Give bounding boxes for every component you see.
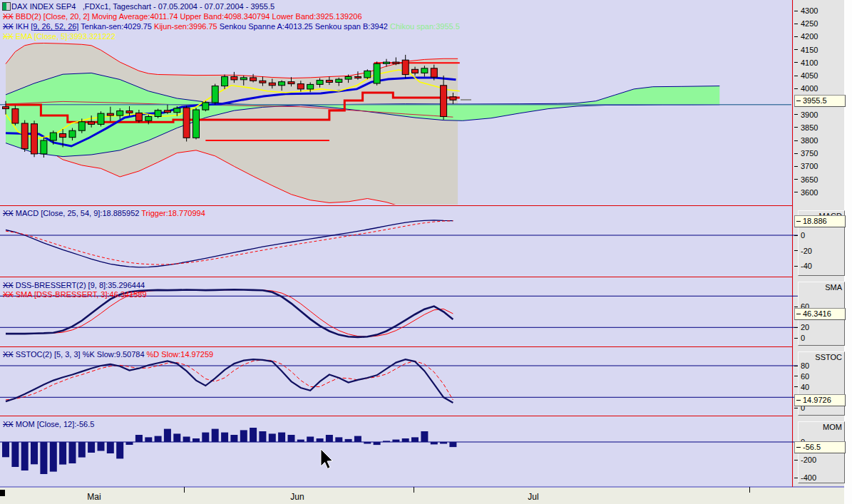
sstoc-value-box: 14.9726 xyxy=(794,394,846,406)
month-label: Mai xyxy=(87,492,101,502)
dss-sma-panel-header[interactable]: XX SMA [DSS-BRESSERT, 3]:46.341589 xyxy=(3,290,147,299)
axis-tick xyxy=(794,179,798,180)
month-label: Jul xyxy=(528,492,538,502)
mom-value-box: -56.5 xyxy=(794,441,846,453)
axis-tick-label: -400 xyxy=(801,473,816,482)
axis-tick-label: 0 xyxy=(801,334,805,342)
panel-separator xyxy=(0,416,793,416)
axis-tick-label: 4050 xyxy=(801,71,818,80)
axis-tick xyxy=(794,460,798,461)
axis-tick xyxy=(794,338,798,339)
axis-tick-label: 4150 xyxy=(801,46,818,54)
axis-tick-label: 80 xyxy=(801,361,809,370)
axis-tick-label: 3750 xyxy=(801,149,818,158)
axis-tick-label: 4250 xyxy=(801,19,818,28)
axis-tick-label: 3850 xyxy=(801,123,818,132)
axis-tick xyxy=(794,366,798,366)
axis-tick xyxy=(794,24,798,24)
axis-tick xyxy=(794,114,798,115)
axis-tick xyxy=(794,408,798,408)
dss-axis-label: SMA xyxy=(825,283,842,292)
right-edge-strip xyxy=(844,0,852,504)
time-axis[interactable] xyxy=(0,488,844,504)
month-tick xyxy=(184,487,185,493)
month-label: Jun xyxy=(290,492,304,502)
axis-tick xyxy=(794,140,798,141)
axis-tick xyxy=(794,62,798,63)
bbd-indicator-header[interactable]: XX BBD(2) [Close, 20, 2] Moving Average:… xyxy=(3,12,362,21)
current-price-box: 3955.5 xyxy=(794,95,846,107)
axis-tick-label: 60 xyxy=(801,372,809,381)
axis-tick xyxy=(794,327,798,328)
axis-tick-label: 4000 xyxy=(801,84,818,93)
panel-separator xyxy=(0,277,793,277)
axis-tick-label: -20 xyxy=(801,247,812,255)
sstoc-panel-header[interactable]: XX SSTOC(2) [5, 3, 3] %K Slow:9.50784 %D… xyxy=(3,350,213,359)
charting-app-window: DAX INDEX SEP4 ,FDXc1, Tageschart - 07.0… xyxy=(0,0,852,504)
axis-tick-label: -200 xyxy=(801,456,816,464)
ikh-indicator-header[interactable]: XX IKH [9, 26, 52, 26] Tenkan-sen:4029.7… xyxy=(3,22,460,31)
dss-panel-header[interactable]: XX DSS-BRESSERT(2) [9, 8]:35.296444 xyxy=(3,281,145,289)
axis-tick xyxy=(794,49,798,50)
axis-tick xyxy=(794,250,798,251)
dss-value-box: 46.3416 xyxy=(794,308,846,320)
axis-tick-label: 3800 xyxy=(801,136,818,145)
axis-tick-label: 3700 xyxy=(801,162,818,170)
axis-tick-label: 40 xyxy=(801,383,809,391)
axis-tick-label: 3900 xyxy=(801,110,818,119)
axis-tick-label: 0 xyxy=(801,231,805,240)
axis-tick xyxy=(794,386,798,387)
macd-panel-header[interactable]: XX MACD [Close, 25, 54, 9]:18.885952 Tri… xyxy=(3,209,205,217)
chart-surface[interactable] xyxy=(0,0,793,487)
axis-tick-label: 3650 xyxy=(801,175,818,184)
month-tick xyxy=(749,487,750,493)
axis-tick-label: -40 xyxy=(801,262,812,270)
axis-tick-label: 4200 xyxy=(801,32,818,41)
axis-tick-label: 20 xyxy=(801,323,809,331)
month-tick xyxy=(414,487,414,493)
axis-tick-label: 4100 xyxy=(801,58,818,67)
axis-tick-label: 3600 xyxy=(801,188,818,197)
axis-tick xyxy=(794,235,798,236)
macd-value-box: 18.886 xyxy=(794,215,846,227)
axis-tick xyxy=(794,36,798,37)
window-icon xyxy=(2,2,11,11)
axis-tick xyxy=(794,88,798,89)
axis-separator xyxy=(792,0,793,487)
mom-panel-header[interactable]: XX MOM [Close, 12]:-56.5 xyxy=(3,420,94,428)
sstoc-axis-label: SSTOC xyxy=(815,353,842,361)
axis-tick xyxy=(794,166,798,167)
axis-tick xyxy=(794,376,798,376)
mom-axis-label: MOM xyxy=(823,423,842,431)
axis-tick xyxy=(794,307,798,307)
time-axis-border xyxy=(0,486,844,488)
axis-tick xyxy=(794,11,798,11)
axis-tick xyxy=(794,153,798,154)
axis-tick xyxy=(794,127,798,128)
ema-indicator-header[interactable]: XX EMA [Close, 5]:3993.321222 xyxy=(3,32,116,41)
axis-tick xyxy=(794,478,798,478)
axis-tick xyxy=(794,266,798,267)
axis-tick-label: 4300 xyxy=(801,6,818,15)
panel-separator xyxy=(0,205,793,206)
axis-tick xyxy=(794,192,798,192)
panel-separator xyxy=(0,346,793,347)
axis-corner-mark xyxy=(0,490,5,496)
axis-tick xyxy=(794,76,798,76)
chart-title: DAX INDEX SEP4 ,FDXc1, Tageschart - 07.0… xyxy=(11,2,274,11)
